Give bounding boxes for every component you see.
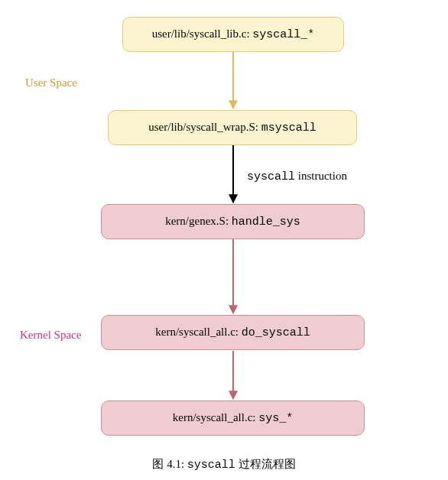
- node-code: handle_sys: [232, 216, 300, 229]
- node-file: kern/genex.S:: [165, 215, 232, 227]
- node-syscall-lib: user/lib/syscall_lib.c: syscall_*: [122, 17, 344, 52]
- node-file: kern/syscall_all.c:: [173, 411, 258, 423]
- edge-label-code: syscall: [247, 170, 295, 183]
- node-syscall-wrap: user/lib/syscall_wrap.S: msyscall: [108, 110, 357, 145]
- edge-label-syscall-instruction: syscall instruction: [247, 170, 347, 183]
- node-code: do_syscall: [242, 326, 310, 339]
- group-label-user: User Space: [25, 76, 77, 89]
- node-code: msyscall: [261, 122, 317, 135]
- node-file: kern/syscall_all.c:: [155, 326, 241, 338]
- node-do-syscall: kern/syscall_all.c: do_syscall: [101, 315, 365, 350]
- caption-prefix: 图 4.1:: [152, 458, 187, 470]
- syscall-flowchart: User Space Kernel Space user/lib/syscall…: [0, 0, 448, 480]
- node-code: syscall_*: [252, 28, 314, 41]
- caption-suffix: 过程流程图: [235, 458, 296, 470]
- caption-code: syscall: [187, 459, 235, 472]
- edge-label-text: instruction: [295, 170, 347, 182]
- node-sys-star: kern/syscall_all.c: sys_*: [101, 401, 365, 436]
- node-file: user/lib/syscall_wrap.S:: [148, 121, 261, 133]
- node-genex: kern/genex.S: handle_sys: [101, 204, 365, 239]
- node-file: user/lib/syscall_lib.c:: [152, 28, 253, 40]
- figure-caption: 图 4.1: syscall 过程流程图: [0, 457, 448, 472]
- group-label-kernel: Kernel Space: [20, 329, 81, 342]
- node-code: sys_*: [258, 412, 293, 425]
